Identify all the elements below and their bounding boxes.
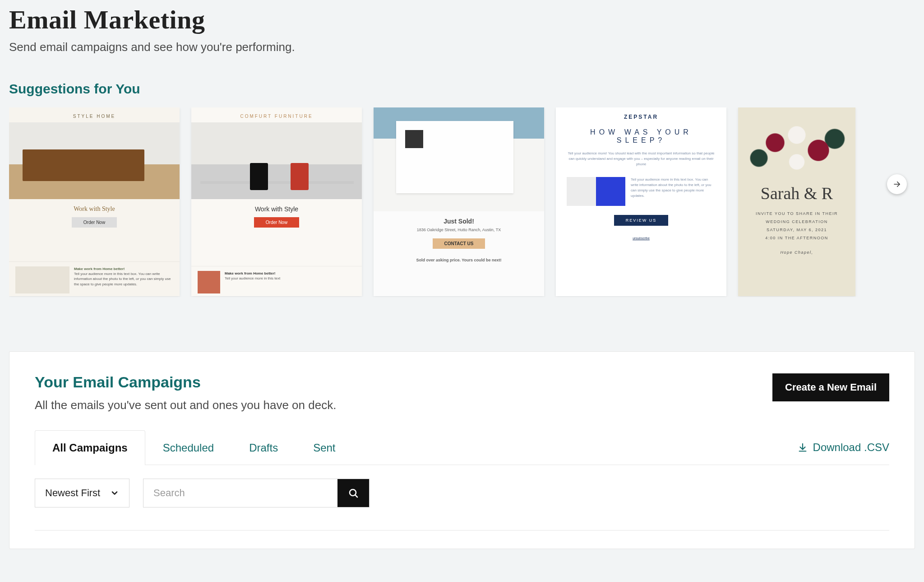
card-cta: REVIEW US (614, 215, 668, 226)
card-hero-image (743, 112, 851, 189)
suggestions-row: STYLE HOME Work with Style Order Now Mak… (9, 107, 915, 297)
suggestion-card-wedding[interactable]: Sarah & R INVITE YOU TO SHARE IN THEIR W… (738, 107, 855, 296)
card-line5: Hope Chapel, (743, 250, 851, 255)
sort-select[interactable]: Newest First (35, 479, 129, 508)
card-hero-image (9, 122, 180, 199)
card-lower-body: Tell your audience more in this text (225, 276, 280, 281)
card-brand: ZEPSTAR (567, 114, 716, 120)
suggestion-card-style-home[interactable]: STYLE HOME Work with Style Order Now Mak… (9, 107, 180, 296)
search-button[interactable] (337, 479, 369, 507)
card-lower-body: Tell your audience more in this text box… (74, 271, 173, 287)
campaigns-panel: Your Email Campaigns All the emails you'… (9, 351, 915, 549)
card-cta: CONTACT US (433, 238, 485, 249)
card-brand: STYLE HOME (9, 107, 180, 122)
arrow-right-icon (893, 180, 901, 188)
card-hero-image (191, 122, 362, 199)
download-icon (798, 442, 808, 452)
card-lower-image (198, 271, 220, 293)
campaign-tabs: All Campaigns Scheduled Drafts Sent Down… (35, 430, 889, 465)
card-brand: COMFURT FURNITURE (191, 107, 362, 122)
tab-all-campaigns[interactable]: All Campaigns (35, 430, 145, 465)
card-line2: WEDDING CELEBRATION (743, 219, 851, 224)
suggestions-heading: Suggestions for You (9, 81, 915, 97)
card-row-text: Tell your audience more in this text box… (631, 177, 716, 199)
card-lower-image (15, 266, 69, 293)
card-subline: 1836 Oakridge Street, Hutto Ranch, Austi… (380, 228, 538, 232)
suggestion-card-zepstar[interactable]: ZEPSTAR HOW WAS YOUR SLEEP? Tell your au… (556, 107, 726, 296)
card-headline: Just Sold! (380, 218, 538, 225)
create-new-email-button[interactable]: Create a New Email (772, 373, 889, 401)
search-input[interactable] (143, 479, 337, 507)
card-line1: INVITE YOU TO SHARE IN THEIR (743, 211, 851, 216)
download-csv-label: Download .CSV (813, 441, 889, 454)
card-cta: Order Now (254, 217, 299, 228)
card-question: HOW WAS YOUR SLEEP? (567, 128, 716, 144)
card-headline: Work with Style (198, 205, 356, 213)
tab-sent[interactable]: Sent (296, 430, 353, 465)
svg-line-3 (355, 495, 357, 497)
card-headline: Work with Style (15, 205, 173, 213)
chevron-down-icon (110, 489, 119, 498)
card-line4: 4:00 IN THE AFTERNOON (743, 236, 851, 240)
page-subtitle: Send email campaigns and see how you're … (9, 40, 915, 54)
card-footline: Sold over asking price. Yours could be n… (380, 258, 538, 262)
download-csv-link[interactable]: Download .CSV (798, 441, 889, 454)
card-names: Sarah & R (743, 183, 851, 203)
card-line3: SATURDAY, MAY 6, 2021 (743, 228, 851, 232)
campaigns-divider (35, 530, 889, 531)
campaigns-subtitle: All the emails you've sent out and ones … (35, 398, 336, 412)
card-lower-title: Make work from Home better! (74, 266, 173, 271)
page-title: Email Marketing (9, 5, 915, 35)
suggestion-card-comfurt[interactable]: COMFURT FURNITURE Work with Style Order … (191, 107, 362, 296)
card-subline: Tell your audience more! You should lead… (567, 151, 716, 167)
card-footer: unsubscribe (567, 237, 716, 240)
suggestion-card-just-sold[interactable]: Just Sold! 1836 Oakridge Street, Hutto R… (374, 107, 544, 296)
sort-select-label: Newest First (45, 487, 100, 499)
tab-scheduled[interactable]: Scheduled (145, 430, 231, 465)
card-lower-title: Make work from Home better! (225, 271, 280, 276)
tab-drafts[interactable]: Drafts (231, 430, 296, 465)
search-icon (348, 488, 359, 498)
card-cta: Order Now (72, 217, 117, 228)
suggestions-next-button[interactable] (887, 174, 907, 194)
campaigns-title: Your Email Campaigns (35, 373, 336, 391)
card-thumb-image (567, 177, 625, 206)
